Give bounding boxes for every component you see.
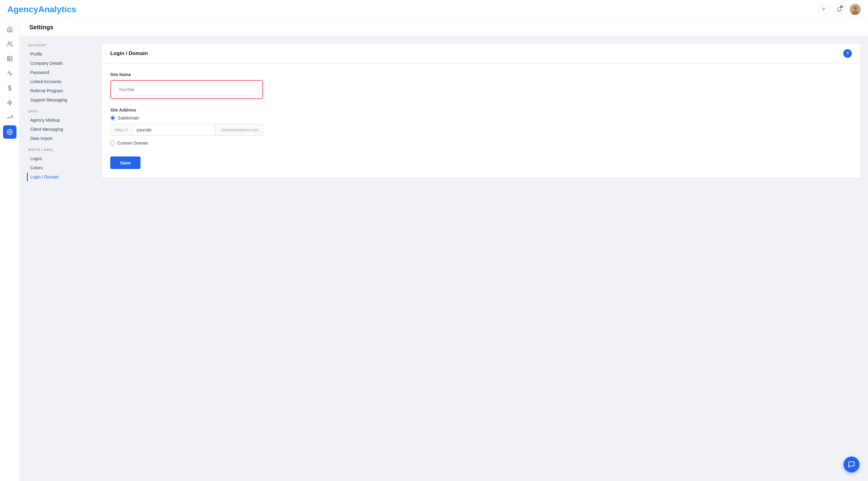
page-body: ACCOUNT Profile Company Details Password… <box>20 36 868 481</box>
subdomain-label: Subdomain <box>118 116 139 120</box>
sidebar-reports-icon[interactable] <box>3 52 17 65</box>
svg-rect-4 <box>7 57 12 61</box>
url-input[interactable] <box>132 124 216 136</box>
sidebar-integrations-icon[interactable] <box>3 96 17 110</box>
site-name-section: Site Name <box>110 72 852 99</box>
sidebar-users-icon[interactable] <box>3 37 17 51</box>
sidebar-home-icon[interactable] <box>3 23 17 36</box>
url-row: https:// .clientseoreport.com <box>110 124 263 136</box>
custom-domain-radio-row[interactable]: Custom Domain <box>110 141 852 146</box>
page-title: Settings <box>29 24 858 31</box>
nav-section-data: DATA <box>27 110 94 113</box>
nav-item-colors[interactable]: Colors <box>27 163 94 172</box>
panel-card: Login / Domain ? Site Name <box>101 43 861 178</box>
nav-section-white-label: WHITE LABEL <box>27 148 94 152</box>
main-panel: Login / Domain ? Site Name <box>101 43 861 474</box>
sidebar-billing-icon[interactable] <box>3 81 17 95</box>
nav-section-account: ACCOUNT <box>27 43 94 47</box>
chat-bubble[interactable] <box>843 456 860 473</box>
site-address-label: Site Address <box>110 108 852 113</box>
svg-point-3 <box>8 42 10 44</box>
nav-item-referral-program[interactable]: Referral Program <box>27 86 94 95</box>
custom-domain-radio[interactable] <box>110 141 115 146</box>
save-button[interactable]: Save <box>110 156 141 169</box>
sidebar-campaigns-icon[interactable] <box>3 67 17 80</box>
logo-blue: Analytics <box>38 5 76 14</box>
site-name-input[interactable] <box>114 84 259 95</box>
top-header: AgencyAnalytics ? <box>0 0 868 19</box>
nav-item-login-domain[interactable]: Login / Domain <box>27 172 94 182</box>
help-button[interactable]: ? <box>818 4 829 15</box>
header-right: ? <box>818 4 861 15</box>
site-name-label: Site Name <box>110 72 852 77</box>
site-address-section: Site Address Subdomain https:// .clients… <box>110 108 852 146</box>
panel-title: Login / Domain <box>110 51 148 57</box>
svg-point-1 <box>853 6 857 10</box>
logo: AgencyAnalytics <box>7 5 76 14</box>
nav-item-data-import[interactable]: Data Import <box>27 134 94 143</box>
panel-header: Login / Domain ? <box>102 44 860 64</box>
content-area: Settings ACCOUNT Profile Company Details… <box>20 19 868 481</box>
info-button[interactable]: ? <box>843 49 852 58</box>
panel-body: Site Name Site Address Subdomain <box>102 64 860 178</box>
subdomain-radio-row[interactable]: Subdomain <box>110 116 852 120</box>
site-name-highlight-box <box>110 80 263 99</box>
nav-item-agency-markup[interactable]: Agency Markup <box>27 116 94 125</box>
subdomain-radio[interactable] <box>110 116 115 120</box>
url-suffix: .clientseoreport.com <box>216 124 263 136</box>
custom-domain-label: Custom Domain <box>118 141 148 146</box>
page-header: Settings <box>20 19 868 36</box>
notifications-button[interactable] <box>834 4 845 15</box>
nav-item-company-details[interactable]: Company Details <box>27 59 94 68</box>
left-nav: ACCOUNT Profile Company Details Password… <box>27 43 94 474</box>
icon-sidebar <box>0 19 20 481</box>
nav-item-logos[interactable]: Logos <box>27 154 94 163</box>
avatar[interactable] <box>850 4 861 15</box>
main-layout: Settings ACCOUNT Profile Company Details… <box>0 19 868 481</box>
nav-item-client-messaging[interactable]: Client Messaging <box>27 125 94 134</box>
sidebar-analytics-icon[interactable] <box>3 111 17 124</box>
notification-dot <box>840 5 843 8</box>
nav-item-linked-accounts[interactable]: Linked Accounts <box>27 77 94 86</box>
sidebar-settings-icon[interactable] <box>3 125 17 139</box>
logo-grey: Agency <box>7 5 38 14</box>
svg-marker-9 <box>7 100 12 106</box>
nav-item-support-messaging[interactable]: Support Messaging <box>27 95 94 104</box>
nav-item-password[interactable]: Password <box>27 68 94 77</box>
nav-item-profile[interactable]: Profile <box>27 50 94 59</box>
url-prefix: https:// <box>110 124 132 136</box>
svg-point-10 <box>9 131 10 133</box>
